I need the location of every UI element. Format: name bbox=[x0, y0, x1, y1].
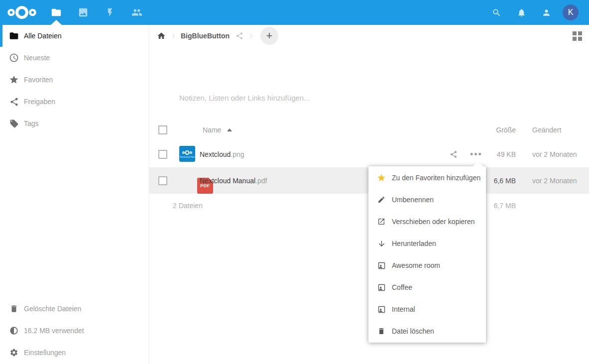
breadcrumb-share-icon[interactable] bbox=[236, 32, 243, 40]
file-name[interactable]: Nextcloud.png bbox=[200, 150, 244, 158]
sidebar-item-label: Gelöschte Dateien bbox=[24, 305, 81, 313]
sidebar-item-deleted-files[interactable]: Gelöschte Dateien bbox=[0, 298, 149, 320]
column-header-modified[interactable]: Geändert bbox=[532, 126, 561, 134]
star-icon bbox=[377, 173, 386, 182]
activity-app-icon[interactable] bbox=[97, 0, 123, 25]
share-icon bbox=[8, 97, 19, 107]
row-checkbox[interactable] bbox=[158, 150, 167, 159]
nextcloud-files-page: K Alle Dateien Neueste Favoriten Freiga bbox=[0, 0, 589, 364]
file-actions-menu: Zu den Favoriten hinzufügen Umbenennen V… bbox=[368, 166, 486, 343]
select-all-checkbox[interactable] bbox=[158, 125, 167, 134]
sidebar: Alle Dateien Neueste Favoriten Freigaben… bbox=[0, 25, 149, 364]
sidebar-footer: Gelöschte Dateien 16.2 MB verwendet Eins… bbox=[0, 298, 149, 364]
menu-item-delete-file[interactable]: Datei löschen bbox=[368, 320, 486, 342]
column-header-name[interactable]: Name bbox=[203, 126, 232, 134]
file-count: 2 Dateien bbox=[173, 202, 203, 210]
menu-item-download[interactable]: Herunterladen bbox=[368, 233, 486, 254]
room-icon bbox=[377, 283, 386, 292]
sidebar-item-all-files[interactable]: Alle Dateien bbox=[0, 25, 149, 47]
gear-icon bbox=[8, 348, 19, 357]
sidebar-item-shares[interactable]: Freigaben bbox=[0, 91, 149, 113]
png-file-thumbnail[interactable]: Nextcloud Hub bbox=[179, 146, 195, 162]
menu-item-room-internal[interactable]: Internal bbox=[368, 298, 486, 320]
trash-icon bbox=[377, 327, 386, 335]
file-row-nextcloud-png[interactable]: Nextcloud Hub Nextcloud.png ••• 49 KB vo… bbox=[149, 141, 589, 167]
sidebar-item-tags[interactable]: Tags bbox=[0, 113, 149, 134]
row-checkbox[interactable] bbox=[158, 176, 167, 185]
sidebar-item-label: Freigaben bbox=[24, 98, 55, 106]
quota-icon bbox=[8, 326, 19, 335]
column-header-size[interactable]: Größe bbox=[456, 126, 516, 134]
room-icon bbox=[377, 305, 386, 314]
folder-icon bbox=[8, 31, 19, 41]
room-icon bbox=[377, 261, 386, 270]
thumbnail-caption: Nextcloud Hub bbox=[180, 156, 195, 158]
top-bar: K bbox=[0, 0, 589, 25]
file-modified: vor 2 Monaten bbox=[532, 177, 577, 185]
search-icon[interactable] bbox=[488, 0, 505, 25]
sidebar-item-label: Alle Dateien bbox=[24, 32, 62, 40]
chevron-right-icon bbox=[247, 32, 254, 39]
menu-item-move-or-copy[interactable]: Verschieben oder kopieren bbox=[368, 211, 486, 233]
table-header-row: Name Größe Geändert bbox=[149, 119, 589, 141]
sidebar-item-recent[interactable]: Neueste bbox=[0, 47, 149, 69]
breadcrumb: BigBlueButton + bbox=[149, 25, 589, 47]
active-app-pointer bbox=[51, 20, 62, 25]
menu-item-add-to-favorites[interactable]: Zu den Favoriten hinzufügen bbox=[368, 167, 486, 189]
sidebar-item-settings[interactable]: Einstellungen bbox=[0, 342, 149, 364]
popover-arrow bbox=[472, 162, 483, 167]
notes-placeholder[interactable]: Notizen, Listen oder Links hinzufügen... bbox=[179, 94, 458, 102]
menu-item-room-awesome[interactable]: Awesome room bbox=[368, 254, 486, 276]
menu-item-rename[interactable]: Umbenennen bbox=[368, 189, 486, 211]
move-icon bbox=[377, 218, 386, 226]
star-icon bbox=[8, 75, 19, 85]
nextcloud-logo[interactable] bbox=[6, 4, 37, 22]
sidebar-item-favorites[interactable]: Favoriten bbox=[0, 69, 149, 91]
sidebar-item-label: Favoriten bbox=[24, 76, 53, 84]
sidebar-item-label: Einstellungen bbox=[24, 349, 66, 357]
trash-icon bbox=[8, 304, 19, 313]
file-modified: vor 2 Monaten bbox=[532, 150, 577, 158]
pencil-icon bbox=[377, 196, 386, 204]
chevron-right-icon bbox=[170, 32, 177, 39]
file-name[interactable]: Nextcloud Manual.pdf bbox=[200, 177, 267, 185]
file-size: 49 KB bbox=[456, 150, 516, 158]
sort-ascending-icon bbox=[227, 128, 232, 131]
new-file-button[interactable]: + bbox=[260, 27, 278, 45]
photos-app-icon[interactable] bbox=[70, 0, 97, 25]
sidebar-item-quota[interactable]: 16.2 MB verwendet bbox=[0, 320, 149, 342]
clock-icon bbox=[8, 53, 19, 63]
user-avatar[interactable]: K bbox=[563, 4, 579, 20]
home-icon[interactable] bbox=[157, 31, 166, 40]
breadcrumb-folder[interactable]: BigBlueButton bbox=[181, 32, 230, 40]
contacts-app-icon[interactable] bbox=[123, 0, 150, 25]
grid-view-toggle-icon[interactable] bbox=[573, 31, 583, 41]
menu-item-room-coffee[interactable]: Coffee bbox=[368, 276, 486, 298]
download-icon bbox=[377, 240, 386, 248]
notifications-bell-icon[interactable] bbox=[513, 0, 530, 25]
sidebar-item-label: Tags bbox=[24, 120, 39, 127]
tag-icon bbox=[8, 119, 19, 128]
sidebar-item-label: 16.2 MB verwendet bbox=[24, 327, 84, 335]
contacts-menu-icon[interactable] bbox=[538, 0, 555, 25]
sidebar-item-label: Neueste bbox=[24, 54, 50, 62]
